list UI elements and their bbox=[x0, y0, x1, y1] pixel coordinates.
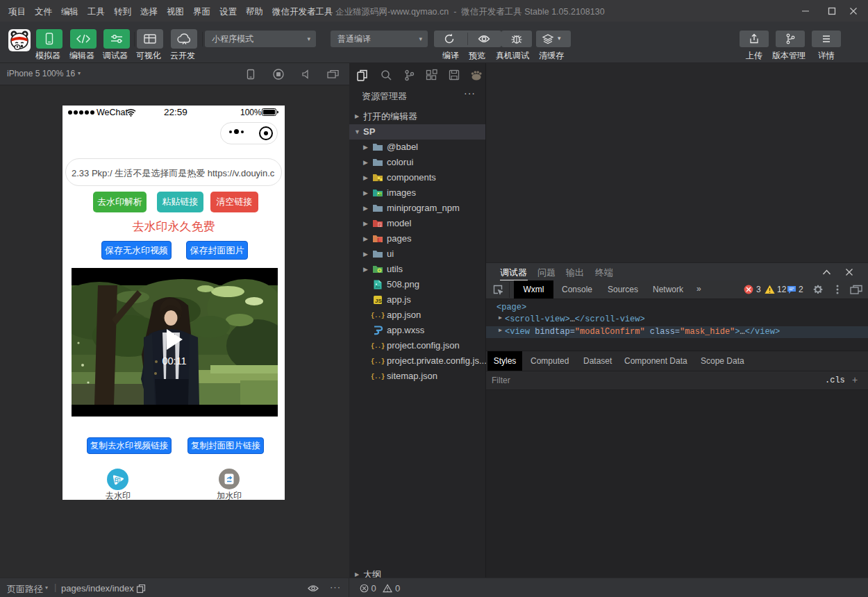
svg-text:印: 印 bbox=[115, 477, 121, 484]
svg-text:00:11: 00:11 bbox=[162, 355, 186, 367]
svg-text:JS: JS bbox=[375, 298, 382, 304]
